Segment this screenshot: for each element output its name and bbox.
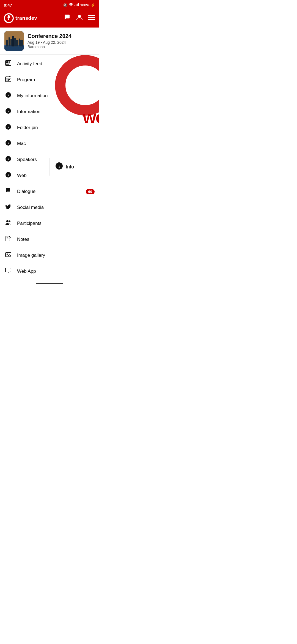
menu-item-mac[interactable]: i Mac: [0, 136, 99, 152]
svg-rect-19: [19, 39, 20, 47]
svg-rect-13: [6, 40, 8, 47]
menu-item-label-social-media: Social media: [17, 205, 95, 210]
menu-item-program[interactable]: Program: [0, 72, 99, 88]
conference-location: Barcelona: [28, 45, 72, 49]
svg-rect-23: [6, 61, 8, 63]
svg-text:i: i: [59, 164, 60, 168]
svg-text:i: i: [8, 109, 9, 113]
menu-item-activity-feed[interactable]: Activity feed: [0, 56, 99, 72]
logo-area[interactable]: transdev: [4, 13, 37, 23]
monitor-icon: [4, 267, 12, 275]
mute-icon: 🔇: [63, 3, 67, 7]
main-content: we: [0, 28, 99, 287]
info-circle-icon-information: i: [4, 108, 12, 116]
dialogue-badge: 60: [86, 189, 95, 194]
people-icon: [4, 219, 12, 228]
menu-item-label-activity-feed: Activity feed: [17, 61, 95, 67]
svg-text:i: i: [8, 141, 9, 145]
info-circle-icon-folder-pin: i: [4, 124, 12, 132]
menu-list: Activity feed Program: [0, 55, 99, 280]
svg-point-51: [7, 190, 7, 190]
info-circle-icon-speakers: i: [4, 155, 12, 164]
menu-item-image-gallery[interactable]: Image gallery: [0, 247, 99, 263]
svg-text:i: i: [8, 125, 9, 129]
svg-rect-8: [88, 17, 95, 18]
svg-point-5: [8, 15, 10, 16]
svg-rect-60: [6, 253, 11, 257]
svg-rect-9: [88, 19, 95, 20]
menu-item-label-participants: Participants: [17, 221, 95, 226]
svg-rect-62: [6, 268, 11, 272]
bottom-bar: [0, 280, 99, 287]
top-nav: transdev: [0, 10, 99, 28]
wifi-icon: [69, 3, 73, 7]
svg-rect-14: [9, 37, 10, 47]
svg-rect-7: [88, 15, 95, 16]
svg-rect-15: [10, 39, 12, 47]
svg-rect-17: [14, 38, 16, 47]
info-circle-icon-mac: i: [4, 140, 12, 148]
menu-item-information[interactable]: i Information: [0, 104, 99, 120]
twitter-icon: [4, 203, 12, 212]
menu-item-participants[interactable]: Participants: [0, 215, 99, 231]
svg-rect-33: [8, 79, 9, 80]
chat-icon[interactable]: [64, 14, 71, 23]
menu-item-social-media[interactable]: Social media: [0, 200, 99, 215]
menu-item-label-folder-pin: Folder pin: [17, 125, 95, 130]
battery-icon: ⚡: [91, 3, 95, 7]
info-circle-icon-my-info: i: [4, 92, 12, 100]
profile-icon[interactable]: [76, 14, 83, 23]
battery-text: 100%: [80, 3, 89, 7]
image-icon: [4, 251, 12, 260]
news-icon: [4, 60, 12, 68]
menu-item-web-app[interactable]: Web App: [0, 263, 99, 279]
menu-item-label-dialogue: Dialogue: [17, 189, 81, 194]
svg-rect-16: [12, 36, 14, 47]
conference-image: [4, 31, 24, 51]
info-panel[interactable]: i Info: [50, 158, 99, 176]
logo-text: transdev: [15, 15, 37, 21]
svg-text:i: i: [8, 157, 9, 161]
status-bar: 9:47 🔇 100% ⚡: [0, 0, 99, 10]
info-panel-text: Info: [66, 164, 74, 170]
conference-title: Conference 2024: [28, 33, 72, 39]
conference-details: Conference 2024 Aug 19 - Aug 22, 2024 Ba…: [28, 33, 72, 49]
menu-item-label-web-app: Web App: [17, 269, 95, 274]
menu-item-label-mac: Mac: [17, 141, 95, 146]
svg-rect-35: [7, 80, 7, 81]
svg-rect-2: [77, 4, 78, 6]
logo-icon: [4, 13, 14, 23]
svg-rect-36: [8, 80, 9, 81]
home-indicator: [36, 283, 63, 284]
svg-text:i: i: [8, 173, 9, 177]
menu-item-label-my-information: My information: [17, 93, 95, 99]
nav-icons: [64, 14, 95, 23]
status-icons: 🔇 100% ⚡: [63, 3, 95, 7]
svg-rect-34: [9, 79, 10, 80]
svg-rect-32: [7, 79, 7, 80]
menu-item-label-notes: Notes: [17, 237, 95, 242]
menu-item-my-information[interactable]: i My information: [0, 88, 99, 104]
svg-point-6: [78, 15, 81, 18]
menu-item-label-program: Program: [17, 77, 95, 83]
svg-rect-20: [20, 40, 23, 47]
menu-item-folder-pin[interactable]: i Folder pin: [0, 120, 99, 136]
menu-item-label-information: Information: [17, 109, 95, 114]
hamburger-menu-icon[interactable]: [88, 14, 95, 23]
conference-image-inner: [4, 31, 24, 51]
menu-item-dialogue[interactable]: Dialogue 60: [0, 184, 99, 200]
menu-item-label-image-gallery: Image gallery: [17, 253, 95, 258]
signal-icon: [75, 3, 79, 7]
conference-dates: Aug 19 - Aug 22, 2024: [28, 40, 72, 45]
svg-point-52: [8, 190, 8, 190]
info-circle-icon-web: i: [4, 171, 12, 180]
svg-rect-21: [6, 47, 22, 47]
edit-icon: [4, 235, 12, 244]
svg-point-55: [9, 220, 10, 222]
svg-point-53: [9, 190, 9, 190]
svg-rect-3: [78, 3, 79, 6]
svg-rect-18: [16, 40, 18, 47]
conference-header: Conference 2024 Aug 19 - Aug 22, 2024 Ba…: [0, 28, 99, 55]
menu-item-notes[interactable]: Notes: [0, 231, 99, 247]
svg-point-54: [6, 220, 9, 222]
